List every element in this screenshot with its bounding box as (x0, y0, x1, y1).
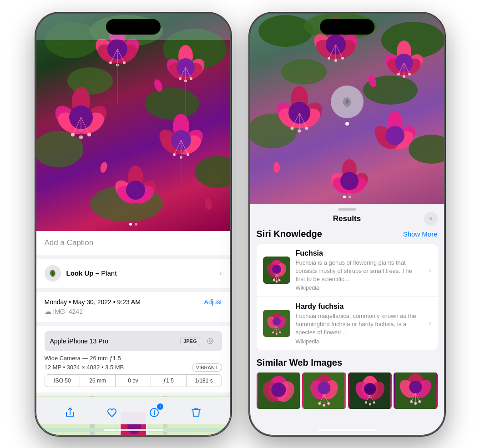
lookup-chevron: › (220, 270, 222, 277)
svg-point-31 (190, 77, 192, 80)
svg-point-113 (408, 73, 411, 76)
cloud-icon: ☁ (45, 307, 51, 316)
svg-point-112 (403, 75, 405, 78)
similar-title: Similar Web Images (257, 357, 438, 368)
svg-point-5 (35, 131, 83, 167)
camera-header: Apple iPhone 13 Pro JPEG (45, 331, 222, 351)
exif-row: ISO 50 26 mm 0 ev ƒ1.5 1/181 s (45, 374, 222, 387)
svg-point-139 (273, 162, 280, 173)
svg-point-186 (364, 401, 367, 403)
fuchsia-chevron: › (429, 266, 431, 274)
right-photo-dot-1 (343, 196, 346, 198)
svg-point-17 (109, 61, 112, 64)
photo-area-left[interactable] (35, 13, 231, 231)
svg-point-85 (381, 22, 445, 58)
flower-illustration (35, 13, 231, 231)
lookup-section[interactable]: Look Up – Plant › (35, 259, 231, 288)
home-indicator (104, 429, 163, 431)
lookup-icon (45, 265, 61, 282)
photo-dots (129, 223, 137, 226)
fuchsia-name: Fuchsia (296, 249, 424, 257)
visual-intelligence-bubble[interactable] (331, 86, 364, 126)
exif-ev: 0 ev (116, 375, 151, 387)
svg-point-61 (126, 181, 145, 200)
camera-section: Apple iPhone 13 Pro JPEG Wide Camera — 2… (35, 326, 231, 393)
knowledge-item-hardy[interactable]: Hardy fuchsia Fuchsia magellanica, commo… (257, 297, 438, 350)
adjust-button[interactable]: Adjust (204, 298, 222, 306)
svg-point-182 (364, 383, 376, 395)
fuchsia-desc: Fuchsia is a genus of flowering plants t… (296, 259, 424, 284)
fuchsia-source: Wikipedia (296, 285, 424, 291)
svg-point-101 (341, 57, 344, 60)
camera-settings-icon[interactable] (204, 335, 217, 347)
svg-point-63 (99, 161, 108, 173)
trash-button[interactable] (186, 403, 206, 423)
info-button[interactable]: i (144, 403, 164, 423)
similar-web-section: Similar Web Images (249, 350, 445, 413)
similar-image-4[interactable] (394, 372, 438, 409)
phones-container: Add a Caption Look Up – Plant › Mon (26, 4, 454, 445)
svg-point-188 (373, 401, 375, 403)
svg-point-150 (278, 279, 280, 281)
lookup-label: Look Up – Plant (66, 269, 117, 277)
photo-area-right[interactable] (249, 13, 445, 204)
svg-point-43 (87, 133, 91, 136)
results-title: Results (333, 214, 361, 223)
camera-wide: Wide Camera — 26 mm ƒ1.5 (45, 355, 222, 362)
svg-point-4 (145, 88, 199, 120)
svg-point-198 (414, 402, 417, 405)
close-icon: × (429, 215, 432, 222)
siri-section-title: Siri Knowledge (257, 229, 322, 239)
svg-point-6 (195, 156, 231, 188)
heart-button[interactable] (102, 403, 122, 423)
similar-image-1[interactable] (257, 372, 301, 409)
hardy-chevron: › (429, 319, 431, 327)
camera-specs-row: 12 MP • 3024 × 4032 • 3.5 MB VIBRANT (45, 363, 222, 372)
similar-image-2[interactable] (302, 372, 346, 409)
siri-section-header: Siri Knowledge Show More (257, 229, 438, 239)
similar-image-3[interactable] (348, 372, 392, 409)
svg-point-71 (209, 340, 211, 342)
exif-aperture: ƒ1.5 (151, 375, 187, 387)
svg-point-29 (179, 77, 182, 80)
svg-point-19 (123, 61, 126, 64)
drag-handle[interactable] (338, 208, 356, 211)
info-badge: i (157, 403, 163, 410)
caption-area[interactable]: Add a Caption (35, 231, 231, 255)
camera-model: Apple iPhone 13 Pro (50, 337, 108, 345)
svg-point-149 (275, 280, 278, 282)
jpeg-badge: JPEG (180, 337, 200, 345)
vi-dot (345, 122, 349, 126)
hardy-name: Hardy fuchsia (296, 302, 424, 311)
photo-date: Monday • May 30, 2022 • 9:23 AM (45, 298, 141, 306)
svg-point-64 (203, 197, 212, 210)
right-photo-dots (343, 196, 351, 198)
knowledge-item-fuchsia[interactable]: Fuchsia Fuchsia is a genus of flowering … (257, 244, 438, 297)
camera-mp: 12 MP • 3024 × 4032 • 3.5 MB (45, 364, 124, 371)
svg-point-161 (279, 332, 281, 333)
results-close-button[interactable]: × (424, 212, 438, 226)
svg-point-131 (385, 126, 404, 145)
svg-point-137 (340, 172, 359, 190)
vibrant-badge: VIBRANT (192, 363, 222, 372)
photo-dot-2 (135, 223, 137, 226)
exif-mm: 26 mm (80, 375, 116, 387)
show-more-button[interactable]: Show More (403, 230, 438, 238)
hardy-desc: Fuchsia magellanica, commonly known as t… (296, 312, 424, 337)
dynamic-island (106, 19, 161, 35)
svg-point-83 (258, 15, 313, 47)
vi-circle[interactable] (331, 86, 364, 118)
svg-point-187 (369, 403, 371, 405)
exif-shutter: 1/181 s (187, 375, 222, 387)
svg-point-99 (328, 57, 330, 60)
right-phone: Results × Siri Knowledge Show More (249, 13, 445, 436)
right-photo-dot-2 (349, 196, 351, 198)
similar-images-row (257, 372, 438, 409)
svg-point-111 (397, 73, 400, 76)
date-row: Monday • May 30, 2022 • 9:23 AM Adjust (45, 298, 222, 306)
results-panel: Results × Siri Knowledge Show More (249, 204, 445, 413)
right-screen: Results × Siri Knowledge Show More (249, 13, 445, 436)
share-button[interactable] (60, 403, 80, 423)
exif-iso: ISO 50 (45, 375, 81, 387)
hardy-thumbnail (263, 310, 290, 337)
